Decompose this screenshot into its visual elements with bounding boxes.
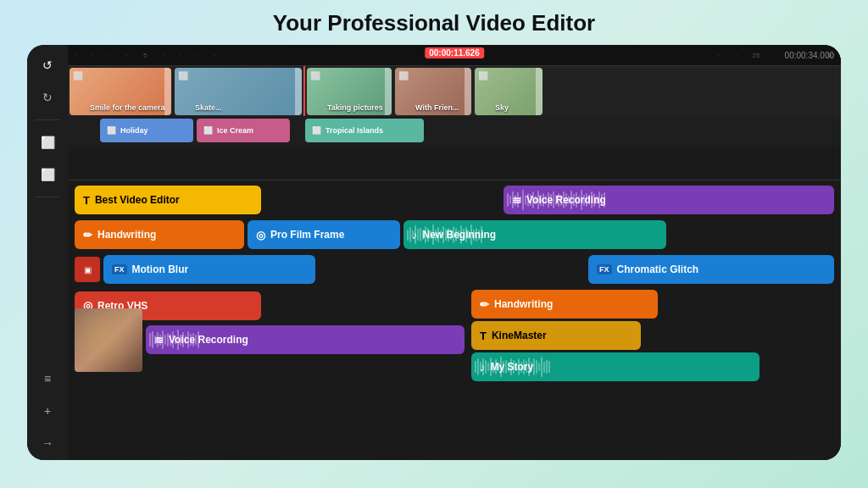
chromatic-glitch-chip[interactable]: FX Chromatic Glitch <box>588 255 834 284</box>
sub-tracks: ⬜ Holiday ⬜ Ice Cream ⬜ Tropical Islands <box>68 116 841 145</box>
page-title: Your Professional Video Editor <box>273 10 595 36</box>
motion-blur-chip[interactable]: FX Motion Blur <box>103 255 315 284</box>
clip-label-5: Sky <box>495 103 509 112</box>
voice-recording-1-label-wrap: ≋ Voice Recording <box>512 194 606 207</box>
motion-blur-label: Motion Blur <box>132 263 189 275</box>
clip-label-3: Taking pictures <box>327 103 383 112</box>
handwriting-label: Handwriting <box>97 229 156 241</box>
video-clip-5[interactable]: ⬜ Sky <box>475 68 542 115</box>
video-clip-1[interactable]: ⬜ Smile for the camera <box>70 68 171 115</box>
new-beginning-label: New Beginning <box>423 229 497 241</box>
timeline-area: ···· 5··· ·· 00:00:11.626 ··25···30 00:0… <box>68 45 841 180</box>
voice-recording-1-label: Voice Recording <box>526 194 606 206</box>
pro-film-frame-label: Pro Film Frame <box>270 229 344 241</box>
main-content: ···· 5··· ·· 00:00:11.626 ··25···30 00:0… <box>68 45 841 460</box>
sub-clip-icon-tropical: ⬜ <box>312 126 321 135</box>
handwriting-2-label: Handwriting <box>494 298 553 310</box>
clip-handle-5[interactable] <box>536 68 542 115</box>
clip-icon-2: ⬜ <box>178 71 188 80</box>
track-row-3: ▣ FX Motion Blur FX Chromatic Glitch <box>75 253 834 286</box>
my-story-label-wrap: ♪ My Story <box>480 361 533 374</box>
sub-clip-holiday[interactable]: ⬜ Holiday <box>100 119 193 142</box>
track-row-1: T Best Video Editor ≋ Voice Recording <box>75 184 834 216</box>
tablet-frame: ↺ ↻ ⬜ ⬜ ≡ + → ···· 5··· ·· 00:00:11.626 … <box>27 45 841 460</box>
sidebar: ↺ ↻ ⬜ ⬜ ≡ + → <box>27 45 68 460</box>
timecode-bar: ···· 5··· ·· 00:00:11.626 ··25···30 00:0… <box>68 45 841 65</box>
waveform-icon-1: ≋ <box>512 194 521 207</box>
handwriting-2-chip[interactable]: ✏ Handwriting <box>471 290 658 319</box>
fx-icon-2: FX <box>597 264 612 274</box>
sub-clip-icecream[interactable]: ⬜ Ice Cream <box>197 119 290 142</box>
handwriting-chip[interactable]: ✏ Handwriting <box>75 220 244 249</box>
sidebar-redo[interactable]: ↻ <box>34 84 61 111</box>
my-story-chip[interactable]: ♪ My Story <box>471 352 760 381</box>
playhead-line <box>303 66 305 116</box>
sidebar-divider-1 <box>35 119 60 120</box>
sidebar-icon-1[interactable]: ⬜ <box>34 129 61 156</box>
sidebar-undo[interactable]: ↺ <box>34 52 61 79</box>
sidebar-arrow[interactable]: → <box>34 430 61 457</box>
clip-icon-1: ⬜ <box>73 71 83 80</box>
chromatic-glitch-label: Chromatic Glitch <box>617 263 699 275</box>
voice-recording-1-chip[interactable]: ≋ Voice Recording <box>504 186 834 214</box>
video-clip-2[interactable]: ⬜ Skate... <box>175 68 302 115</box>
video-clip-4[interactable]: ⬜ With Frien... <box>395 68 471 115</box>
my-story-label: My Story <box>491 361 534 373</box>
sub-clip-tropical[interactable]: ⬜ Tropical Islands <box>305 119 424 142</box>
clip-icon-3: ⬜ <box>310 71 320 80</box>
track-row-kinemaster: T KineMaster <box>471 321 834 350</box>
kinemaster-chip[interactable]: T KineMaster <box>471 321 641 350</box>
waveform-icon-2: ≋ <box>154 334 164 347</box>
sidebar-layers[interactable]: ≡ <box>34 365 61 392</box>
end-timecode: 00:00:34.000 <box>785 51 834 60</box>
small-red-box[interactable]: ▣ <box>75 257 100 282</box>
video-clip-3[interactable]: ⬜ Taking pictures <box>307 68 392 115</box>
clip-icon-5: ⬜ <box>478 71 488 80</box>
kinemaster-icon: T <box>480 330 487 342</box>
clip-label-4: With Frien... <box>415 103 459 112</box>
music-icon-2: ♪ <box>480 361 486 374</box>
film-icon: ◎ <box>256 229 265 241</box>
kinemaster-label: KineMaster <box>492 330 547 341</box>
sidebar-add[interactable]: + <box>34 397 61 424</box>
sub-clip-label-holiday: Holiday <box>120 126 148 135</box>
clip-label-2: Skate... <box>195 103 222 112</box>
voice-recording-2-label-wrap: ≋ Voice Recording <box>154 334 248 347</box>
fx-icon-1: FX <box>112 264 127 274</box>
pro-film-frame-chip[interactable]: ◎ Pro Film Frame <box>248 220 400 249</box>
current-timecode: 00:00:11.626 <box>425 47 484 58</box>
sidebar-icon-2[interactable]: ⬜ <box>34 161 61 188</box>
music-icon-1: ♪ <box>412 229 418 241</box>
best-video-editor-chip[interactable]: T Best Video Editor <box>75 186 261 214</box>
tracks-area: T Best Video Editor ≋ Voice Recording <box>68 180 841 460</box>
voice-recording-2-label: Voice Recording <box>169 334 248 346</box>
clip-handle-2[interactable] <box>295 68 302 115</box>
clip-handle-1[interactable] <box>164 68 171 115</box>
sub-clip-icon-holiday: ⬜ <box>107 126 116 135</box>
sub-clip-label-icecream: Ice Cream <box>217 126 253 135</box>
clip-handle-4[interactable] <box>465 68 471 115</box>
video-thumbnail <box>75 308 142 372</box>
handwriting-icon: ✏ <box>83 229 92 241</box>
handwriting-icon-2: ✏ <box>480 298 489 311</box>
clip-handle-3[interactable] <box>385 68 392 115</box>
track-row-2: ✏ Handwriting ◎ Pro Film Frame ♪ New Beg… <box>75 219 834 251</box>
sub-clip-icon-icecream: ⬜ <box>203 126 213 135</box>
voice-recording-2-chip[interactable]: ≋ Voice Recording <box>146 325 465 354</box>
clip-label-1: Smile for the camera <box>90 103 165 112</box>
text-icon-1: T <box>83 194 90 207</box>
bottom-section: ◎ Retro VHS ≋ Voice Recording <box>75 290 834 356</box>
clip-icon-4: ⬜ <box>398 71 409 80</box>
sub-clip-label-tropical: Tropical Islands <box>326 126 383 135</box>
timecode-dots: ···· 5··· ·· <box>75 52 233 59</box>
new-beginning-label-wrap: ♪ New Beginning <box>412 229 496 241</box>
track-row-4-right: ✏ Handwriting <box>471 290 834 319</box>
best-video-editor-label: Best Video Editor <box>95 194 180 206</box>
video-tracks: ⬜ Smile for the camera ⬜ Skate... ⬜ Taki… <box>68 65 841 116</box>
new-beginning-chip[interactable]: ♪ New Beginning <box>403 220 666 249</box>
sidebar-divider-2 <box>35 197 60 197</box>
track-row-my-story: ♪ My Story <box>471 352 834 381</box>
